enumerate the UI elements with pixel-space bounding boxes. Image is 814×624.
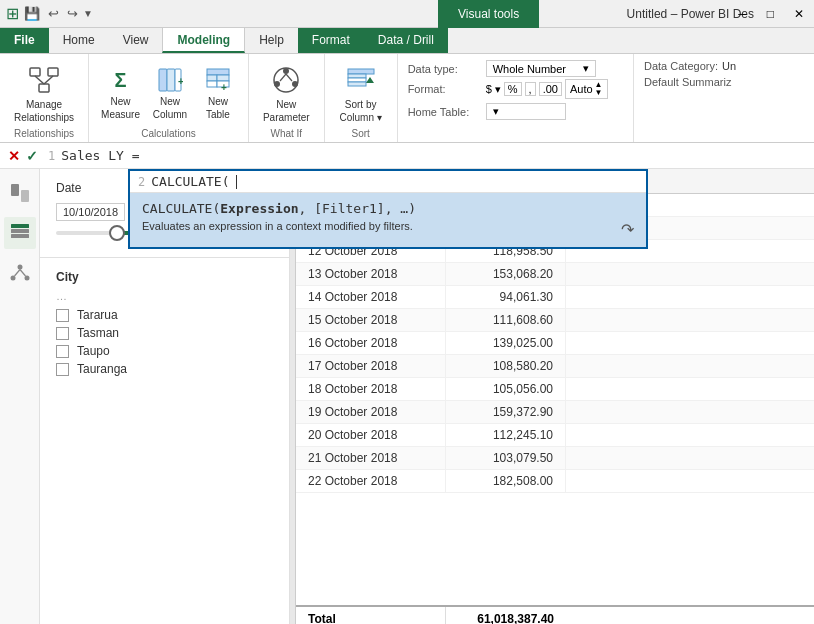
svg-point-17 (274, 81, 280, 87)
table-row: 20 October 2018112,245.10 (296, 424, 814, 447)
table-cell-date: 13 October 2018 (296, 263, 446, 285)
new-parameter-label: New Parameter (263, 98, 310, 124)
save-icon[interactable]: 💾 (21, 6, 43, 21)
new-measure-label: New Measure (101, 95, 140, 121)
autocomplete-popup: CALCULATE(Expression, [Filter1], …) Eval… (130, 193, 646, 247)
tab-home[interactable]: Home (49, 27, 109, 53)
undo-icon[interactable]: ↩ (45, 6, 62, 21)
checkbox-tauranga[interactable] (56, 363, 69, 376)
manage-relationships-button[interactable]: Manage Relationships (8, 60, 80, 126)
sidebar-icon-data[interactable] (4, 217, 36, 249)
svg-point-32 (24, 276, 29, 281)
svg-rect-9 (207, 69, 229, 75)
new-table-label: New Table (206, 95, 230, 121)
slider-thumb-left[interactable] (109, 225, 125, 241)
sidebar-icon-report[interactable] (4, 177, 36, 209)
city-item-tasman[interactable]: Tasman (56, 324, 273, 342)
ribbon-group-whatif: New Parameter What If (249, 54, 325, 142)
dropdown-icon[interactable]: ▼ (83, 8, 93, 19)
table-cell-date: 16 October 2018 (296, 332, 446, 354)
app-icon: ⊞ (6, 4, 19, 23)
new-measure-icon: Σ (106, 65, 136, 95)
table-cell-sales: 182,508.00 (446, 470, 566, 492)
tab-modeling[interactable]: Modeling (162, 27, 245, 53)
new-table-button[interactable]: + New Table (196, 63, 240, 123)
formula-line-num-2: 2 (138, 175, 145, 189)
redo-icon[interactable]: ↪ (64, 6, 81, 21)
date-start-input[interactable]: 10/10/2018 (56, 203, 125, 221)
formula-cancel-icon[interactable]: ✕ (8, 148, 20, 164)
formula-confirm-icon[interactable]: ✓ (26, 148, 38, 164)
table-cell-sales: 112,245.10 (446, 424, 566, 446)
autocomplete-description: Evaluates an expression in a context mod… (142, 220, 634, 239)
svg-line-3 (35, 76, 44, 84)
city-item-tauranga[interactable]: Tauranga (56, 360, 273, 378)
sort-by-column-button[interactable]: Sort byColumn ▾ (333, 60, 389, 126)
new-column-icon: + (155, 65, 185, 95)
relationships-group-label: Relationships (14, 128, 74, 142)
new-parameter-button[interactable]: New Parameter (257, 60, 316, 126)
tab-file[interactable]: File (0, 27, 49, 53)
window-controls[interactable]: ─ □ ✕ (728, 0, 814, 28)
formula-text-2[interactable]: CALCULATE( (151, 174, 229, 189)
svg-rect-2 (39, 84, 49, 92)
table-row: 14 October 201894,061.30 (296, 286, 814, 309)
table-cell-date: 14 October 2018 (296, 286, 446, 308)
svg-point-16 (283, 68, 289, 74)
svg-text:+: + (221, 82, 227, 93)
svg-rect-1 (48, 68, 58, 76)
format-dropdown[interactable]: $ ▾ % , .00 Auto ▲▼ (486, 79, 608, 99)
svg-rect-11 (217, 75, 229, 81)
table-cell-sales: 111,608.60 (446, 309, 566, 331)
table-row: 19 October 2018159,372.90 (296, 401, 814, 424)
svg-point-18 (292, 81, 298, 87)
table-cell-sales: 139,025.00 (446, 332, 566, 354)
checkbox-taupo[interactable] (56, 345, 69, 358)
table-cell-sales: 159,372.90 (446, 401, 566, 423)
svg-rect-24 (348, 82, 366, 86)
svg-rect-23 (348, 78, 366, 82)
tab-format[interactable]: Format (298, 27, 364, 53)
svg-line-33 (14, 270, 20, 277)
ribbon-right-properties: Data Category: Un Default Summariz (634, 54, 814, 142)
data-type-dropdown[interactable]: Whole Number ▾ (486, 60, 596, 77)
sidebar-icon-model[interactable] (4, 257, 36, 289)
manage-relationships-icon (26, 62, 62, 98)
table-cell-date: 15 October 2018 (296, 309, 446, 331)
city-slicer: City … Tararua Tasman Taupo Tauranga (40, 258, 289, 390)
svg-rect-0 (30, 68, 40, 76)
default-summarize-label: Default Summariz (644, 76, 731, 88)
table-cell-date: 19 October 2018 (296, 401, 446, 423)
whatif-group-label: What If (270, 128, 302, 142)
data-type-label: Data type: (408, 63, 480, 75)
tab-view[interactable]: View (109, 27, 163, 53)
city-item-taupo[interactable]: Taupo (56, 342, 273, 360)
new-column-label: New Column (153, 95, 187, 121)
svg-rect-25 (11, 184, 19, 196)
svg-rect-12 (207, 81, 217, 87)
table-cell-sales: 108,580.20 (446, 355, 566, 377)
table-cell-date: 18 October 2018 (296, 378, 446, 400)
ribbon-group-sort: Sort byColumn ▾ Sort (325, 54, 398, 142)
new-measure-button[interactable]: Σ New Measure (97, 63, 144, 123)
svg-rect-26 (21, 190, 29, 202)
formula-box: 2 CALCULATE( CALCULATE(Expression, [Filt… (128, 169, 648, 249)
tab-help[interactable]: Help (245, 27, 298, 53)
cursor-icon: ↷ (621, 220, 634, 239)
checkbox-tasman[interactable] (56, 327, 69, 340)
table-cell-date: 22 October 2018 (296, 470, 446, 492)
city-item-tararua[interactable]: Tararua (56, 306, 273, 324)
home-table-dropdown[interactable]: ▾ (486, 103, 566, 120)
calculations-group-label: Calculations (141, 128, 195, 142)
tab-data-drill[interactable]: Data / Drill (364, 27, 448, 53)
autocomplete-function-signature[interactable]: CALCULATE(Expression, [Filter1], …) (142, 201, 634, 216)
table-footer: Total 61,018,387.40 (296, 605, 814, 624)
new-column-button[interactable]: + New Column (148, 63, 192, 123)
table-cell-sales: 94,061.30 (446, 286, 566, 308)
checkbox-tararua[interactable] (56, 309, 69, 322)
formula-line-num-1: 1 (48, 149, 55, 163)
ribbon-group-calculations: Σ New Measure + New Column (89, 54, 249, 142)
sort-by-column-icon (343, 62, 379, 98)
table-row: 13 October 2018153,068.20 (296, 263, 814, 286)
city-slicer-title: City (56, 270, 273, 284)
